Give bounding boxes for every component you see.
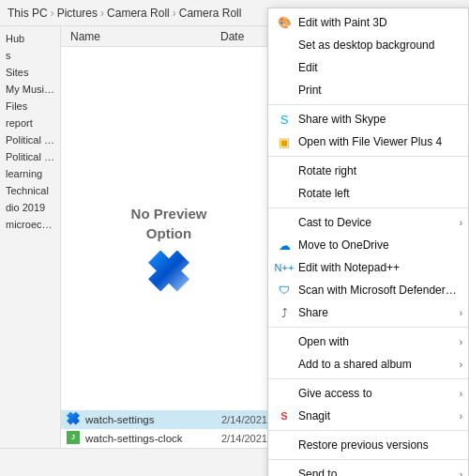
- ctx-item-notepad[interactable]: N++ Edit with Notepad++: [268, 256, 468, 279]
- ctx-item-onedrive[interactable]: ☁ Move to OneDrive: [268, 234, 468, 256]
- snagit-icon: S: [276, 408, 293, 423]
- sidebar-item-micro[interactable]: microeconom…: [0, 216, 60, 233]
- give-access-icon: [276, 386, 293, 401]
- ctx-label-shared-album: Add to a shared album: [298, 358, 457, 371]
- ctx-label-give-access: Give access to: [298, 387, 457, 400]
- ctx-item-rotate-right[interactable]: Rotate right: [268, 160, 468, 182]
- no-preview-text-line2: Option: [146, 223, 191, 243]
- ctx-label-restore: Restore previous versions: [298, 438, 457, 452]
- ctx-item-desktop-bg[interactable]: Set as desktop background: [268, 34, 468, 56]
- breadcrumb-part: Camera Roll: [107, 7, 170, 20]
- sidebar-item-sites[interactable]: Sites: [0, 64, 60, 81]
- breadcrumb-part: This PC: [8, 7, 48, 20]
- breadcrumb-sep: ›: [100, 7, 104, 20]
- shared-album-arrow: ›: [460, 360, 462, 370]
- sidebar-item-technical[interactable]: Technical: [0, 182, 60, 199]
- breadcrumb-sep: ›: [51, 7, 54, 20]
- ctx-label-print: Print: [298, 84, 457, 97]
- ctx-label-snagit: Snagit: [298, 409, 457, 422]
- notepad-icon: N++: [276, 260, 293, 275]
- ctx-item-rotate-left[interactable]: Rotate left: [268, 182, 468, 205]
- ctx-label-onedrive: Move to OneDrive: [298, 238, 457, 252]
- ctx-separator: [268, 430, 468, 431]
- no-preview-panel: No Preview Option: [61, 47, 277, 448]
- ctx-separator: [268, 207, 468, 208]
- ctx-item-skype[interactable]: S Share with Skype: [268, 108, 468, 131]
- ctx-separator: [268, 327, 468, 328]
- file-name: watch-settings: [85, 414, 221, 425]
- rotate-right-icon: [276, 163, 293, 178]
- share-icon: ⤴: [276, 305, 293, 320]
- open-with-arrow: ›: [460, 337, 462, 347]
- defender-icon: 🛡: [276, 283, 293, 298]
- onedrive-icon: ☁: [276, 238, 293, 253]
- send-to-arrow: ›: [460, 469, 462, 477]
- snagit-arrow: ›: [460, 411, 462, 422]
- ctx-label-rotate-left: Rotate left: [298, 187, 457, 200]
- ctx-item-share[interactable]: ⤴ Share ›: [268, 301, 468, 324]
- ctx-item-cast[interactable]: Cast to Device ›: [268, 211, 468, 234]
- fileviewer-icon: ▣: [276, 134, 293, 149]
- ctx-label-edit: Edit: [298, 61, 457, 74]
- ctx-label-defender: Scan with Microsoft Defender…: [298, 284, 457, 297]
- desktop-bg-icon: [276, 38, 293, 53]
- skype-icon: S: [276, 112, 293, 127]
- context-menu: 🎨 Edit with Paint 3D Set as desktop back…: [267, 8, 469, 476]
- print-icon: [276, 83, 293, 98]
- give-access-arrow: ›: [460, 389, 462, 399]
- file-name: watch-settings-clock: [85, 433, 221, 444]
- col-header-name[interactable]: Name: [70, 30, 220, 43]
- breadcrumb-part: Camera Roll: [179, 7, 242, 20]
- edit-icon: [276, 60, 293, 75]
- blue-x-icon: [148, 251, 189, 292]
- sidebar: Hub s Sites My Music Folder Files report…: [0, 26, 61, 448]
- sidebar-item-files[interactable]: Files: [0, 98, 60, 115]
- shared-album-icon: [276, 357, 293, 372]
- ctx-separator: [268, 378, 468, 379]
- ctx-item-snagit[interactable]: S Snagit ›: [268, 405, 468, 427]
- ctx-item-fileviewer[interactable]: ▣ Open with File Viewer Plus 4: [268, 131, 468, 153]
- breadcrumb-sep: ›: [173, 7, 176, 20]
- ctx-item-shared-album[interactable]: Add to a shared album ›: [268, 353, 468, 376]
- share-arrow: ›: [460, 308, 462, 318]
- rotate-left-icon: [276, 186, 293, 201]
- sidebar-item-s[interactable]: s: [0, 47, 60, 64]
- sidebar-item-learning[interactable]: learning: [0, 165, 60, 182]
- ctx-separator: [268, 459, 468, 460]
- sidebar-item-music[interactable]: My Music Folder: [0, 81, 60, 98]
- sidebar-item-polsci1[interactable]: Political Scien…: [0, 131, 60, 148]
- ctx-label-notepad: Edit with Notepad++: [298, 261, 457, 274]
- ctx-item-restore[interactable]: Restore previous versions: [268, 434, 468, 456]
- file-icon-jpg2: J: [67, 431, 82, 446]
- no-preview-text-line1: No Preview: [131, 204, 207, 223]
- ctx-item-send-to[interactable]: Send to ›: [268, 463, 468, 476]
- sidebar-item-polsci2[interactable]: Political Scien…: [0, 148, 60, 165]
- ctx-label-paint3d: Edit with Paint 3D: [298, 16, 457, 29]
- restore-icon: [276, 438, 293, 453]
- ctx-item-print[interactable]: Print: [268, 79, 468, 101]
- ctx-label-skype: Share with Skype: [298, 113, 457, 126]
- ctx-label-rotate-right: Rotate right: [298, 164, 457, 177]
- ctx-label-fileviewer: Open with File Viewer Plus 4: [298, 135, 457, 148]
- sidebar-item-studio[interactable]: dio 2019: [0, 199, 60, 216]
- cast-icon: [276, 215, 293, 230]
- ctx-label-cast: Cast to Device: [298, 216, 457, 229]
- ctx-item-open-with[interactable]: Open with ›: [268, 330, 468, 353]
- ctx-separator: [268, 104, 468, 105]
- cast-arrow: ›: [460, 218, 462, 228]
- ctx-separator: [268, 156, 468, 157]
- ctx-label-share: Share: [298, 306, 457, 319]
- ctx-item-defender[interactable]: 🛡 Scan with Microsoft Defender…: [268, 279, 468, 301]
- breadcrumb-part: Pictures: [57, 7, 98, 20]
- paint3d-icon: 🎨: [276, 15, 293, 30]
- file-icon-jpg: [67, 412, 82, 427]
- ctx-item-paint3d[interactable]: 🎨 Edit with Paint 3D: [268, 11, 468, 34]
- send-to-icon: [276, 467, 293, 476]
- sidebar-item-hub[interactable]: Hub: [0, 30, 60, 47]
- ctx-item-edit[interactable]: Edit: [268, 56, 468, 79]
- ctx-label-open-with: Open with: [298, 335, 457, 348]
- open-with-icon: [276, 334, 293, 349]
- sidebar-item-report[interactable]: report: [0, 115, 60, 131]
- ctx-label-desktop-bg: Set as desktop background: [298, 38, 457, 52]
- ctx-item-give-access[interactable]: Give access to ›: [268, 382, 468, 405]
